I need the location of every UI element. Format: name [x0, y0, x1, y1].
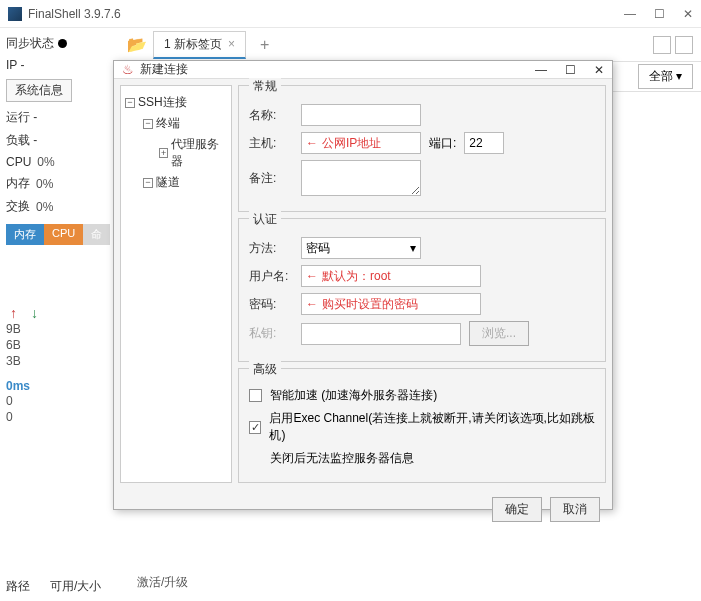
folder-icon[interactable]: 📂 [127, 35, 147, 54]
key-input [301, 323, 461, 345]
key-label: 私钥: [249, 325, 293, 342]
smart-label: 智能加速 (加速海外服务器连接) [270, 387, 437, 404]
swap-pct: 0% [36, 200, 53, 214]
cancel-button[interactable]: 取消 [550, 497, 600, 522]
dlg-close-button[interactable]: ✕ [594, 63, 604, 77]
tab-1-label: 1 新标签页 [164, 36, 222, 53]
remark-input[interactable] [301, 160, 421, 196]
sync-label: 同步状态 [6, 35, 54, 52]
activate-link[interactable]: 激活/升级 [129, 568, 196, 597]
tree-tunnel[interactable]: −隧道 [125, 172, 227, 193]
dlg-minimize-button[interactable]: — [535, 63, 547, 77]
smart-checkbox[interactable] [249, 389, 262, 402]
cpu-box[interactable]: CPU [44, 224, 83, 245]
cpu-pct: 0% [37, 155, 54, 169]
run-label: 运行 - [6, 106, 117, 129]
auth-fieldset: 认证 方法: 密码▾ 用户名: ←默认为：root 密码: ←购买时设置的密码 [238, 218, 606, 362]
app-title: FinalShell 3.9.7.6 [28, 7, 624, 21]
col-path[interactable]: 路径 [6, 578, 30, 595]
stat-z1: 0 [6, 393, 117, 409]
pwd-label: 密码: [249, 296, 293, 313]
tree-ssh[interactable]: −SSH连接 [125, 92, 227, 113]
stat-z2: 0 [6, 409, 117, 425]
tab-close-icon[interactable]: × [228, 37, 235, 51]
toggle-icon[interactable]: + [159, 148, 168, 158]
general-fieldset: 常规 名称: 主机: ←公网IP地址 端口: 备注: [238, 85, 606, 212]
arrow-left-icon: ← [306, 269, 318, 283]
ok-button[interactable]: 确定 [492, 497, 542, 522]
exec-checkbox[interactable] [249, 421, 261, 434]
arrow-left-icon: ← [306, 136, 318, 150]
port-label: 端口: [429, 135, 456, 152]
stat-6b: 6B [6, 337, 117, 353]
minimize-button[interactable]: — [624, 7, 636, 21]
adv-legend: 高级 [249, 361, 281, 378]
browse-button: 浏览... [469, 321, 529, 346]
general-legend: 常规 [249, 78, 281, 95]
dialog-title: 新建连接 [140, 61, 535, 78]
stat-9b: 9B [6, 321, 117, 337]
stat-3b: 3B [6, 353, 117, 369]
exec-label2: 关闭后无法监控服务器信息 [270, 450, 414, 467]
advanced-fieldset: 高级 智能加速 (加速海外服务器连接) 启用Exec Channel(若连接上就… [238, 368, 606, 483]
maximize-button[interactable]: ☐ [654, 7, 665, 21]
mem-pct: 0% [36, 177, 53, 191]
new-connection-dialog: ♨ 新建连接 — ☐ ✕ −SSH连接 −终端 +代理服务器 −隧道 常规 名称… [113, 60, 613, 510]
java-icon: ♨ [122, 62, 134, 77]
load-label: 负载 - [6, 129, 117, 152]
tab-bar: 📂 1 新标签页 × + [123, 28, 701, 62]
close-button[interactable]: ✕ [683, 7, 693, 21]
name-input[interactable] [301, 104, 421, 126]
remark-label: 备注: [249, 170, 293, 187]
cpu-label: CPU [6, 155, 31, 169]
sync-status-dot [58, 39, 67, 48]
sidebar: 同步状态 IP - 系统信息 运行 - 负载 - CPU0% 内存0% 交换0%… [0, 28, 123, 601]
app-icon [8, 7, 22, 21]
host-input[interactable]: ←公网IP地址 [301, 132, 421, 154]
name-label: 名称: [249, 107, 293, 124]
grid-view-icon[interactable] [653, 36, 671, 54]
chevron-down-icon: ▾ [410, 241, 416, 255]
swap-label: 交换 [6, 198, 30, 215]
sysinfo-button[interactable]: 系统信息 [6, 79, 72, 102]
arrow-left-icon: ← [306, 297, 318, 311]
mem-box[interactable]: 内存 [6, 224, 44, 245]
mem-label: 内存 [6, 175, 30, 192]
tree-proxy[interactable]: +代理服务器 [125, 134, 227, 172]
tree-terminal[interactable]: −终端 [125, 113, 227, 134]
exec-label: 启用Exec Channel(若连接上就被断开,请关闭该选项,比如跳板机) [269, 410, 595, 444]
cmd-box[interactable]: 命 [83, 224, 110, 245]
ip-label: IP - [6, 55, 117, 75]
user-input[interactable]: ←默认为：root [301, 265, 481, 287]
connection-tree: −SSH连接 −终端 +代理服务器 −隧道 [120, 85, 232, 483]
tab-1[interactable]: 1 新标签页 × [153, 31, 246, 59]
col-size[interactable]: 可用/大小 [50, 578, 101, 595]
latency-value: 0ms [6, 379, 117, 393]
list-view-icon[interactable] [675, 36, 693, 54]
toggle-icon[interactable]: − [143, 119, 153, 129]
method-select[interactable]: 密码▾ [301, 237, 421, 259]
host-label: 主机: [249, 135, 293, 152]
port-input[interactable] [464, 132, 504, 154]
stat-boxes: 内存 CPU 命 [6, 224, 117, 245]
dlg-maximize-button[interactable]: ☐ [565, 63, 576, 77]
method-label: 方法: [249, 240, 293, 257]
user-label: 用户名: [249, 268, 293, 285]
toggle-icon[interactable]: − [125, 98, 135, 108]
new-tab-button[interactable]: + [252, 36, 277, 54]
upload-arrow-icon: ↑ [10, 305, 17, 321]
pwd-input[interactable]: ←购买时设置的密码 [301, 293, 481, 315]
auth-legend: 认证 [249, 211, 281, 228]
main-titlebar: FinalShell 3.9.7.6 — ☐ ✕ [0, 0, 701, 28]
all-dropdown[interactable]: 全部 ▾ [638, 64, 693, 89]
toggle-icon[interactable]: − [143, 178, 153, 188]
download-arrow-icon: ↓ [31, 305, 38, 321]
